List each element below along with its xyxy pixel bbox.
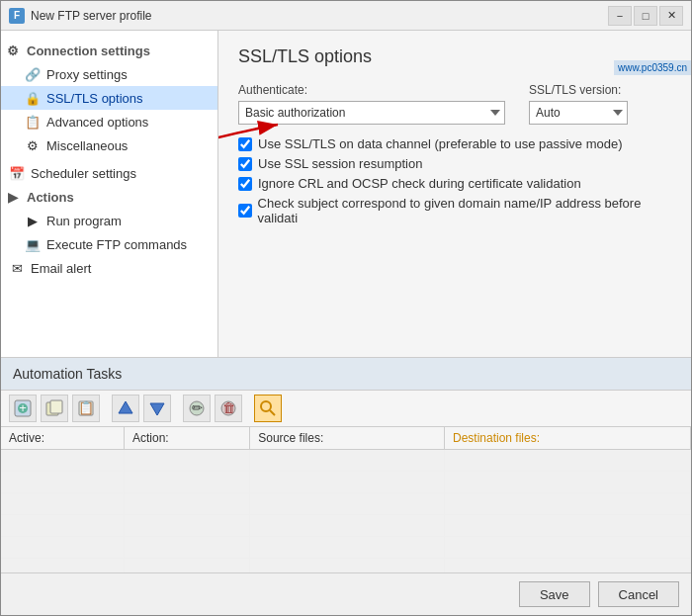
sidebar-item-ssl-tls-options[interactable]: 🔒 SSL/TLS options — [1, 86, 217, 110]
sidebar-label-connection-settings: Connection settings — [27, 44, 150, 58]
move-down-icon — [148, 399, 166, 417]
checkbox-ssl-session-label: Use SSL session resumption — [258, 156, 422, 171]
close-button[interactable]: ✕ — [659, 6, 683, 26]
checkbox-ignore-crl-label: Ignore CRL and OCSP check during certifi… — [258, 176, 581, 191]
move-up-icon — [117, 399, 134, 417]
move-down-button[interactable] — [143, 395, 171, 422]
sidebar-item-miscellaneous[interactable]: ⚙ Miscellaneous — [1, 133, 217, 157]
checkbox-ssl-session-input[interactable] — [238, 157, 252, 171]
ssl-tls-icon: 🔒 — [25, 90, 41, 106]
checkbox-check-subject-input[interactable] — [238, 204, 252, 218]
sidebar-label-proxy-settings: Proxy settings — [46, 67, 128, 82]
main-layout: ⚙ Connection settings 🔗 Proxy settings 🔒… — [1, 31, 691, 357]
automation-toolbar: + 📋 — [1, 391, 691, 427]
automation-table-area: Active: Action: Source files: Destinatio… — [1, 427, 691, 572]
proxy-settings-icon: 🔗 — [25, 66, 41, 82]
svg-point-14 — [261, 401, 271, 411]
ssl-tls-version-label: SSL/TLS version: — [529, 83, 628, 97]
advanced-options-icon: 📋 — [25, 114, 41, 130]
sidebar-item-execute-ftp-commands[interactable]: 💻 Execute FTP commands — [1, 232, 217, 256]
checkbox-ssl-data-channel-input[interactable] — [238, 137, 252, 151]
maximize-button[interactable]: □ — [634, 6, 657, 26]
sidebar-label-ssl-tls-options: SSL/TLS options — [46, 91, 143, 106]
sidebar-label-run-program: Run program — [46, 214, 122, 228]
svg-text:📋: 📋 — [78, 399, 95, 416]
col-header-action: Action: — [124, 427, 249, 450]
sidebar-item-advanced-options[interactable]: 📋 Advanced options — [1, 110, 217, 133]
search-button[interactable] — [254, 395, 282, 422]
checkbox-check-subject: Check subject correspond to given domain… — [238, 196, 671, 225]
edit-task-button[interactable]: ✏ — [183, 395, 211, 422]
window-title: New FTP server profile — [31, 9, 608, 23]
checkbox-use-ssl-data-channel: Use SSL/TLS on data channel (preferable … — [238, 136, 671, 151]
form-row-authenticate: Authenticate: Basic authorization Certif… — [238, 83, 671, 125]
col-header-source: Source files: — [250, 427, 445, 450]
copy-task-icon — [45, 399, 63, 417]
edit-task-icon: ✏ — [188, 399, 206, 417]
sidebar-label-advanced-options: Advanced options — [46, 115, 148, 130]
bottom-section: Automation Tasks + 📋 — [1, 358, 691, 572]
titlebar: F New FTP server profile − □ ✕ — [1, 1, 691, 31]
authenticate-group: Authenticate: Basic authorization Certif… — [238, 83, 505, 125]
sidebar-item-actions[interactable]: ▶ Actions — [1, 185, 217, 209]
execute-ftp-icon: 💻 — [25, 236, 41, 252]
actions-icon: ▶ — [5, 189, 21, 205]
table-row-empty-1 — [1, 450, 691, 472]
svg-line-15 — [270, 410, 275, 415]
table-row-empty-2 — [1, 472, 691, 493]
authenticate-select[interactable]: Basic authorization Certificate Password — [238, 101, 505, 125]
window-controls: − □ ✕ — [608, 6, 683, 26]
authenticate-label: Authenticate: — [238, 83, 505, 97]
ssl-tls-version-group: SSL/TLS version: Auto TLS 1.2 TLS 1.3 — [529, 83, 628, 125]
paste-task-icon: 📋 — [77, 399, 95, 417]
copy-task-button[interactable] — [41, 395, 68, 422]
delete-task-button[interactable]: 🗑 — [215, 395, 242, 422]
checkbox-use-ssl-session: Use SSL session resumption — [238, 156, 671, 171]
sidebar-item-email-alert[interactable]: ✉ Email alert — [1, 256, 217, 280]
svg-rect-5 — [50, 400, 62, 413]
svg-marker-8 — [119, 401, 132, 413]
sidebar-label-scheduler-settings: Scheduler settings — [31, 166, 136, 181]
table-row-empty-6 — [1, 559, 691, 573]
sidebar-label-miscellaneous: Miscellaneous — [46, 138, 128, 153]
sidebar-label-email-alert: Email alert — [31, 261, 91, 276]
sidebar-label-execute-ftp-commands: Execute FTP commands — [46, 237, 187, 252]
checkbox-ignore-crl: Ignore CRL and OCSP check during certifi… — [238, 176, 671, 191]
paste-task-button[interactable]: 📋 — [72, 395, 100, 422]
checkbox-check-subject-label: Check subject correspond to given domain… — [258, 196, 671, 225]
scheduler-icon: 📅 — [9, 165, 25, 181]
sidebar-item-run-program[interactable]: ▶ Run program — [1, 209, 217, 232]
minimize-button[interactable]: − — [608, 6, 632, 26]
sidebar-item-scheduler-settings[interactable]: 📅 Scheduler settings — [1, 161, 217, 185]
automation-title: Automation Tasks — [1, 358, 691, 391]
delete-task-icon: 🗑 — [219, 399, 237, 417]
table-row-empty-4 — [1, 515, 691, 537]
sidebar-label-actions: Actions — [27, 190, 74, 205]
move-up-button[interactable] — [112, 395, 139, 422]
svg-text:+: + — [19, 400, 27, 415]
email-alert-icon: ✉ — [9, 260, 25, 276]
app-icon: F — [9, 8, 25, 24]
cancel-button[interactable]: Cancel — [598, 581, 679, 607]
save-button[interactable]: Save — [519, 581, 590, 607]
sidebar-item-proxy-settings[interactable]: 🔗 Proxy settings — [1, 62, 217, 86]
table-row-empty-5 — [1, 537, 691, 559]
miscellaneous-icon: ⚙ — [25, 137, 41, 153]
svg-text:✏: ✏ — [192, 400, 203, 415]
svg-marker-9 — [150, 403, 164, 415]
add-task-icon: + — [14, 399, 32, 417]
app-window: F New FTP server profile − □ ✕ ⚙ Connect… — [0, 0, 692, 616]
sidebar-section-connection: ⚙ Connection settings 🔗 Proxy settings 🔒… — [1, 35, 217, 161]
col-header-destination: Destination files: — [445, 427, 691, 450]
content-panel: www.pc0359.cn SSL/TLS options Authentica… — [218, 31, 691, 357]
sidebar-item-connection-settings[interactable]: ⚙ Connection settings — [1, 39, 217, 62]
ssl-tls-version-select[interactable]: Auto TLS 1.2 TLS 1.3 — [529, 101, 628, 125]
checkbox-ignore-crl-input[interactable] — [238, 177, 252, 191]
connection-settings-icon: ⚙ — [5, 43, 21, 58]
sidebar: ⚙ Connection settings 🔗 Proxy settings 🔒… — [1, 31, 218, 357]
add-task-button[interactable]: + — [9, 395, 37, 422]
bottom-bar: Save Cancel — [1, 572, 691, 615]
checkbox-ssl-data-channel-label: Use SSL/TLS on data channel (preferable … — [258, 136, 623, 151]
search-icon — [259, 399, 277, 417]
run-program-icon: ▶ — [25, 213, 41, 228]
